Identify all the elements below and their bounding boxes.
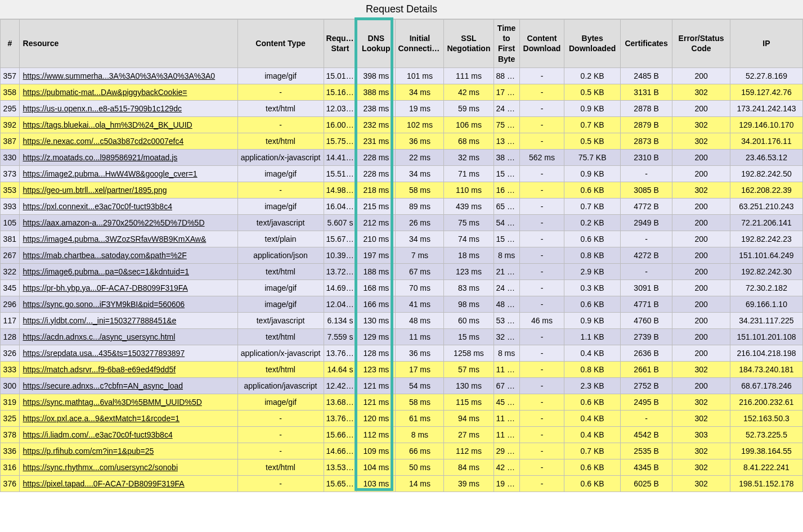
cell-ssl-negotiation: 130 ms: [444, 377, 494, 394]
cell-content-download: -: [519, 263, 564, 279]
cell-error-status: 200: [672, 312, 730, 328]
cell-dns-lookup: 112 ms: [357, 426, 396, 443]
cell-error-status: 200: [672, 198, 730, 214]
cell-ttfb: 17 ms: [494, 84, 519, 100]
resource-link[interactable]: https://geo-um.btrll...xel/partner/1895.…: [23, 186, 167, 195]
cell-ttfb: 29 ms: [494, 443, 519, 459]
cell-resource: https://e.nexac.com/...c50a3b87cd2c0007e…: [19, 133, 237, 149]
table-row: 336https://p.rfihub.com/cm?in=1&pub=25-1…: [1, 443, 803, 459]
col-header-ip[interactable]: IP: [730, 20, 802, 68]
cell-content-type: image/gif: [237, 279, 324, 296]
cell-ttfb: 11 ms: [494, 410, 519, 426]
cell-bytes-downloaded: 0.5 KB: [564, 84, 621, 100]
resource-link[interactable]: https://www.summerha...3A%3A0%3A%3A0%3A%…: [23, 71, 216, 80]
resource-link[interactable]: https://image4.pubma...3WZozSRfavW8B9KmX…: [23, 235, 207, 244]
cell-content-type: text/javascript: [237, 312, 324, 328]
cell-dns-lookup: 128 ms: [357, 345, 396, 361]
resource-link[interactable]: https://pxl.connexit...e3ac70c0f-tuct93b…: [23, 202, 172, 211]
cell-num: 387: [1, 133, 20, 149]
cell-ssl-negotiation: 94 ms: [444, 410, 494, 426]
table-row: 316https://sync.rhythmx...com/usersync2/…: [1, 459, 803, 475]
cell-num: 336: [1, 443, 20, 459]
cell-ip: 34.231.117.225: [730, 312, 802, 328]
resource-link[interactable]: https://acdn.adnxs.c.../async_usersync.h…: [23, 332, 176, 341]
cell-ip: 159.127.42.76: [730, 84, 802, 100]
cell-num: 330: [1, 149, 20, 165]
cell-ttfb: 53 ms: [494, 312, 519, 328]
resource-link[interactable]: https://pr-bh.ybp.ya...0F-ACA7-DB8099F31…: [23, 283, 188, 292]
col-header-content-type[interactable]: Content Type: [237, 20, 324, 68]
col-header-resource[interactable]: Resource: [19, 20, 237, 68]
resource-link[interactable]: https://z.moatads.co...l989586921/moatad…: [23, 153, 178, 162]
resource-link[interactable]: https://sync.mathtag...6val%3D%5BMM_UUID…: [23, 398, 202, 407]
table-row: 326https://srepdata.usa...435&ts=1503277…: [1, 345, 803, 361]
resource-link[interactable]: https://p.rfihub.com/cm?in=1&pub=25: [23, 447, 154, 456]
resource-link[interactable]: https://srepdata.usa...435&ts=1503277893…: [23, 349, 185, 358]
cell-dns-lookup: 210 ms: [357, 231, 396, 247]
col-header-initial-connection[interactable]: Initial Connection: [396, 20, 444, 68]
resource-link[interactable]: https://pubmatic-mat...DAw&piggybackCook…: [23, 88, 187, 97]
cell-num: 353: [1, 182, 20, 198]
col-header-request-start[interactable]: Request Start: [324, 20, 357, 68]
cell-certificates: 2661 B: [620, 361, 672, 377]
cell-initial-connection: 61 ms: [396, 410, 444, 426]
resource-link[interactable]: https://secure.adnxs...c?cbfn=AN_async_l…: [23, 381, 183, 390]
resource-link[interactable]: https://sync.go.sono...iF3YM9kBI&pid=560…: [23, 300, 185, 309]
cell-initial-connection: 36 ms: [396, 133, 444, 149]
col-header-dns-lookup[interactable]: DNS Lookup: [357, 20, 396, 68]
col-header-num[interactable]: #: [1, 20, 20, 68]
col-header-certificates[interactable]: Certificates: [620, 20, 672, 68]
cell-num: 376: [1, 475, 20, 492]
cell-ttfb: 21 ms: [494, 263, 519, 279]
cell-content-type: text/html: [237, 100, 324, 116]
col-header-ssl-negotiation[interactable]: SSL Negotiation: [444, 20, 494, 68]
cell-content-download: -: [519, 198, 564, 214]
cell-ssl-negotiation: 57 ms: [444, 361, 494, 377]
resource-link[interactable]: https://e.nexac.com/...c50a3b87cd2c0007e…: [23, 137, 184, 146]
cell-ttfb: 45 ms: [494, 394, 519, 410]
resource-link[interactable]: https://pixel.tapad....0F-ACA7-DB8099F31…: [23, 479, 185, 488]
resource-link[interactable]: https://i.liadm.com/...e3ac70c0f-tuct93b…: [23, 430, 173, 439]
cell-dns-lookup: 238 ms: [357, 100, 396, 116]
cell-ssl-negotiation: 439 ms: [444, 198, 494, 214]
col-header-bytes-downloaded[interactable]: Bytes Downloaded: [564, 20, 621, 68]
cell-bytes-downloaded: 0.6 KB: [564, 296, 621, 312]
cell-dns-lookup: 188 ms: [357, 263, 396, 279]
cell-error-status: 303: [672, 426, 730, 443]
cell-ssl-negotiation: 115 ms: [444, 394, 494, 410]
cell-ssl-negotiation: 98 ms: [444, 296, 494, 312]
cell-initial-connection: 89 ms: [396, 198, 444, 214]
cell-error-status: 302: [672, 443, 730, 459]
resource-link[interactable]: https://i.yldbt.com/..._ini=150327788845…: [23, 316, 177, 325]
request-details-table: # Resource Content Type Request Start DN…: [0, 19, 803, 492]
resource-link[interactable]: https://us-u.openx.n...e8-a515-7909b1c12…: [23, 104, 182, 113]
cell-resource: https://p.rfihub.com/cm?in=1&pub=25: [19, 443, 237, 459]
resource-link[interactable]: https://mab.chartbea...satoday.com&path=…: [23, 251, 187, 260]
cell-initial-connection: 102 ms: [396, 116, 444, 133]
cell-content-download: -: [519, 247, 564, 263]
resource-link[interactable]: https://sync.rhythmx...com/usersync2/son…: [23, 463, 178, 472]
cell-ip: 216.104.218.198: [730, 345, 802, 361]
col-header-content-download[interactable]: Content Download: [519, 20, 564, 68]
cell-ip: 63.251.210.243: [730, 198, 802, 214]
cell-error-status: 200: [672, 149, 730, 165]
cell-content-download: -: [519, 296, 564, 312]
col-header-error-status[interactable]: Error/Status Code: [672, 20, 730, 68]
cell-ttfb: 48 ms: [494, 296, 519, 312]
cell-content-download: -: [519, 394, 564, 410]
cell-request-start: 14.64 s: [324, 361, 357, 377]
resource-link[interactable]: https://ox.pxl.ace.a...9&extMatch=1&rcod…: [23, 414, 180, 423]
table-row: 345https://pr-bh.ybp.ya...0F-ACA7-DB8099…: [1, 279, 803, 296]
resource-link[interactable]: https://image2.pubma...HwW4W8&google_cve…: [23, 169, 198, 178]
cell-resource: https://sync.go.sono...iF3YM9kBI&pid=560…: [19, 296, 237, 312]
col-header-ttfb[interactable]: Time to First Byte: [494, 20, 519, 68]
resource-link[interactable]: https://aax.amazon-a...2970x250%22%5D%7D…: [23, 218, 205, 227]
cell-error-status: 200: [672, 279, 730, 296]
table-row: 319https://sync.mathtag...6val%3D%5BMM_U…: [1, 394, 803, 410]
cell-num: 358: [1, 84, 20, 100]
cell-content-type: text/javascript: [237, 214, 324, 231]
resource-link[interactable]: https://match.adsrvr...f9-6ba8-e69ed4f9d…: [23, 365, 176, 374]
resource-link[interactable]: https://image6.pubma...pa=0&sec=1&kdntui…: [23, 267, 189, 276]
resource-link[interactable]: https://tags.bluekai...ola_hm%3D%24_BK_U…: [23, 120, 192, 129]
table-row: 105https://aax.amazon-a...2970x250%22%5D…: [1, 214, 803, 231]
